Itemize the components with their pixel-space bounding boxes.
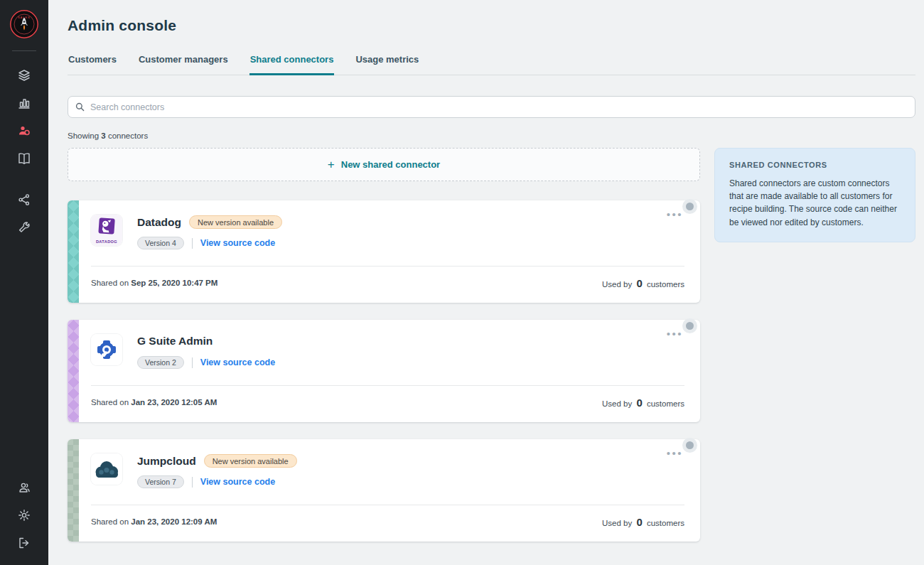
connector-name: Datadog	[137, 216, 181, 229]
main-content: Admin console Customers Customer manager…	[48, 0, 924, 565]
shared-on-text: Shared on Jan 23, 2020 12:05 AM	[91, 398, 217, 407]
connector-list: DATADOG Datadog New version available Ve…	[68, 200, 700, 542]
new-version-badge: New version available	[204, 454, 297, 468]
pulse-indicator-dot	[686, 322, 694, 330]
card-menu-button[interactable]: •••	[665, 325, 684, 342]
sidebar-divider	[12, 50, 36, 51]
info-panel-title: SHARED CONNECTORS	[729, 161, 901, 169]
meta-divider	[192, 477, 193, 488]
connector-name: G Suite Admin	[137, 335, 213, 348]
version-badge: Version 2	[137, 356, 184, 369]
search-input[interactable]	[90, 102, 908, 112]
new-shared-connector-button[interactable]: + New shared connector	[68, 148, 700, 181]
meta-divider	[192, 357, 193, 368]
used-by-text: Used by 0 customers	[602, 516, 684, 528]
card-menu-button[interactable]: •••	[665, 445, 684, 461]
connector-meta-row: Version 4 View source code	[137, 237, 275, 249]
view-source-link[interactable]: View source code	[200, 238, 275, 248]
page-title: Admin console	[68, 17, 915, 34]
shared-on-text: Shared on Sep 25, 2020 10:47 PM	[91, 279, 217, 287]
shared-date: Jan 23, 2020 12:09 AM	[131, 517, 217, 526]
tab-customer-managers[interactable]: Customer managers	[138, 54, 229, 75]
tab-usage-metrics[interactable]: Usage metrics	[355, 54, 419, 75]
connector-card: DATADOG Datadog New version available Ve…	[68, 200, 700, 303]
connector-card: Jumpcloud New version available Version …	[68, 439, 700, 542]
rocket-badge-logo: SALES	[9, 9, 39, 39]
sidebar-bottom	[11, 473, 38, 556]
app-window: SALES	[0, 0, 924, 565]
share-icon[interactable]	[11, 185, 38, 213]
card-divider	[91, 385, 684, 386]
accent-strip	[68, 439, 79, 542]
bar-chart-icon[interactable]	[11, 89, 38, 117]
user-group-icon[interactable]	[11, 473, 38, 501]
connector-name: Jumpcloud	[137, 455, 196, 468]
connector-name-row: Jumpcloud New version available	[137, 454, 297, 468]
pulse-indicator-dot	[686, 441, 694, 449]
search-box[interactable]	[68, 96, 915, 118]
accent-strip	[68, 200, 79, 303]
meta-divider	[192, 238, 193, 249]
svg-text:DATADOG: DATADOG	[96, 240, 117, 244]
shared-date: Jan 23, 2020 12:05 AM	[131, 398, 217, 407]
used-by-text: Used by 0 customers	[602, 397, 684, 409]
shared-date: Sep 25, 2020 10:47 PM	[131, 279, 217, 287]
version-badge: Version 7	[137, 475, 184, 488]
layers-icon[interactable]	[11, 61, 38, 89]
pulse-indicator[interactable]	[682, 199, 697, 214]
search-icon	[75, 102, 85, 112]
tab-customers[interactable]: Customers	[68, 54, 117, 75]
pulse-indicator[interactable]	[682, 438, 697, 453]
pulse-indicator-dot	[686, 203, 694, 210]
used-by-text: Used by 0 customers	[602, 277, 684, 289]
connector-column: + New shared connector DATADOG Datadog N…	[68, 148, 700, 542]
connector-name-row: G Suite Admin	[137, 335, 213, 348]
gsuite-logo	[91, 334, 122, 365]
connector-meta-row: Version 7 View source code	[137, 475, 275, 488]
connector-name-row: Datadog New version available	[137, 215, 282, 229]
new-version-badge: New version available	[189, 215, 282, 229]
info-column: SHARED CONNECTORS Shared connectors are …	[714, 148, 915, 242]
pulse-indicator[interactable]	[682, 318, 697, 333]
info-panel: SHARED CONNECTORS Shared connectors are …	[714, 148, 915, 242]
card-menu-button[interactable]: •••	[665, 206, 684, 222]
sidebar: SALES	[0, 0, 48, 565]
gear-icon[interactable]	[11, 501, 38, 529]
used-count: 0	[636, 516, 642, 528]
open-book-icon[interactable]	[11, 144, 38, 172]
logout-icon[interactable]	[11, 529, 38, 556]
shared-on-text: Shared on Jan 23, 2020 12:09 AM	[91, 517, 217, 526]
card-divider	[91, 505, 684, 505]
used-count: 0	[636, 277, 642, 289]
new-shared-connector-label: New shared connector	[341, 159, 440, 170]
version-badge: Version 4	[137, 237, 184, 249]
plus-icon: +	[328, 158, 335, 171]
tab-bar: Customers Customer managers Shared conne…	[68, 54, 915, 75]
card-divider	[91, 266, 684, 267]
datadog-logo: DATADOG	[91, 215, 122, 246]
results-summary: Showing 3 connectors	[68, 131, 915, 140]
used-count: 0	[636, 397, 642, 409]
customers-icon[interactable]	[11, 117, 38, 144]
view-source-link[interactable]: View source code	[200, 477, 275, 487]
content-row: + New shared connector DATADOG Datadog N…	[68, 148, 915, 542]
info-panel-body: Shared connectors are custom connectors …	[729, 177, 901, 229]
tab-shared-connectors[interactable]: Shared connectors	[249, 54, 335, 75]
view-source-link[interactable]: View source code	[200, 357, 275, 367]
connector-meta-row: Version 2 View source code	[137, 356, 275, 369]
wrench-icon[interactable]	[11, 213, 38, 241]
jumpcloud-logo	[91, 453, 122, 485]
accent-strip	[68, 320, 79, 422]
connector-card: G Suite Admin Version 2 View source code…	[68, 320, 700, 422]
